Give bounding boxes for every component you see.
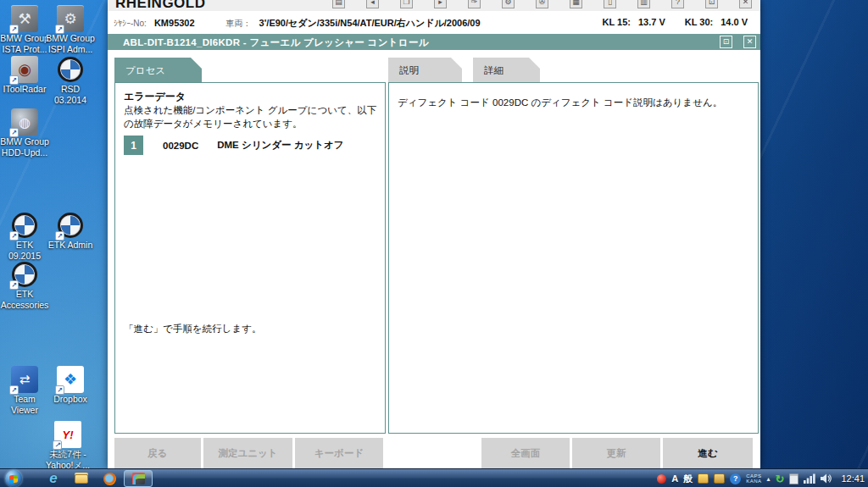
rheingold-taskbar-button[interactable] [124, 470, 153, 487]
ime-conversion-mode[interactable]: 般 [683, 473, 693, 485]
window-title-strip: RHEINGOLD ▤ ◂ ❐ ▸ ✑ ⚙ ✇ ▦ ▯ ▥ ? ⊡ ✕ [108, 0, 760, 11]
network-icon[interactable] [804, 473, 815, 484]
teamviewer-icon: ⇄↗ [11, 366, 38, 393]
bmw-roundel-icon: ↗ [11, 261, 38, 288]
fault-name: DME シリンダー カットオフ [217, 139, 343, 152]
desktop-icon-itoolradar[interactable]: ◉↗ IToolRadar [1, 56, 48, 94]
desktop-icon-label: RSD [61, 84, 80, 94]
close-procedure-icon[interactable]: ✕ [743, 36, 756, 48]
desktop-icon-label: ETK [16, 289, 33, 299]
file-explorer-button[interactable] [72, 471, 91, 486]
probe-icon[interactable]: ✇ [536, 0, 548, 8]
desktop-icon-label: 09.2015 [8, 251, 41, 261]
vehicle-spec: 3'/E90/セダン/335i/N54/AT/EUR/右ハンドル/2006/09 [259, 17, 481, 30]
globe-icon: ◍↗ [11, 108, 38, 136]
measure-unit-button[interactable]: 測定ユニット [203, 438, 292, 468]
ime-caps-kana-indicator[interactable]: CAPS KANA [746, 473, 761, 484]
itoolradar-icon: ◉↗ [11, 56, 38, 83]
tab-description[interactable]: 説明 [388, 58, 462, 82]
desktop-icon-label: Accessories [1, 300, 49, 310]
desktop: ⚒↗ BMW Group ISTA Prot... ⚙↗ BMW Group I… [0, 0, 868, 487]
tab-process[interactable]: プロセス [114, 58, 202, 82]
fault-index-badge: 1 [124, 136, 143, 155]
desktop-icon-label: Team [14, 394, 36, 404]
ime-toolbar-icon[interactable] [698, 473, 709, 484]
save-icon[interactable]: ▤ [332, 0, 345, 8]
desktop-icon-label: 未読7件 - [49, 449, 86, 459]
volume-icon[interactable] [821, 473, 832, 484]
panel-heading: エラーデータ [124, 90, 186, 104]
monitor-icon[interactable]: ⊡ [705, 0, 718, 8]
procedure-content: プロセス 説明 詳細 エラーデータ 点検された機能/コンポーネント グループにつ… [108, 50, 760, 468]
back-icon[interactable]: ◂ [366, 0, 379, 8]
desktop-icon-etk-accessories[interactable]: ↗ ETK Accessories [1, 261, 48, 310]
kl30-label: KL 30: [685, 17, 713, 27]
desktop-icon-bmw-ista[interactable]: ⚒↗ BMW Group ISTA Prot... [1, 5, 48, 54]
forward-icon[interactable]: ▸ [434, 0, 447, 8]
procedure-title: ABL-DIT-B1214_DI6KDR - フューエル プレッシャー コントロ… [123, 36, 429, 49]
keyboard-button[interactable]: キーボード [295, 438, 383, 468]
fullscreen-button[interactable]: 全画面 [481, 438, 570, 468]
desktop-icon-dropbox[interactable]: ❖↗ Dropbox [47, 366, 94, 404]
desktop-icon-etk-2015[interactable]: ↗ ETK 09.2015 [1, 212, 48, 261]
action-button-bar: 戻る 測定ユニット キーボード 全画面 更新 進む [108, 438, 760, 468]
desktop-icon-hdd-update[interactable]: ◍↗ BMW Group HDD-Upd... [1, 108, 48, 158]
desktop-icon-ispi-admin[interactable]: ⚙↗ BMW Group ISPI Adm... [47, 5, 94, 54]
desktop-icon-label: BMW Group [0, 136, 49, 147]
image-icon[interactable]: ▦ [570, 0, 582, 8]
back-button[interactable]: 戻る [114, 438, 201, 468]
firefox-icon [103, 473, 116, 485]
shortcut-arrow-icon: ↗ [9, 128, 19, 137]
bmw-roundel-icon: ↗ [11, 212, 38, 239]
desktop-icon-label: BMW Group [0, 33, 49, 43]
taskbar-clock[interactable]: 12:41 [841, 473, 865, 484]
bmw-ista-icon: ⚒↗ [11, 5, 38, 32]
desktop-icon-rsd[interactable]: RSD 03.2014 [47, 56, 94, 105]
desktop-icon-yahoo-mail[interactable]: Y!↗ 未読7件 - Yahoo!メ... [44, 421, 92, 470]
chassis-label: ｼﾔｼｰ-No: [114, 19, 147, 28]
bmw-roundel-icon [57, 56, 84, 83]
procedure-title-bar: ABL-DIT-B1214_DI6KDR - フューエル プレッシャー コントロ… [108, 34, 760, 50]
internet-explorer-button[interactable]: e [44, 471, 63, 486]
desktop-icon-teamviewer[interactable]: ⇄↗ Team Viewer [1, 366, 48, 415]
battery-icon[interactable]: ▯ [604, 0, 616, 8]
app-title: RHEINGOLD [115, 0, 206, 11]
bmw-roundel-icon: ↗ [57, 212, 84, 239]
shortcut-arrow-icon: ↗ [55, 385, 64, 395]
shortcut-arrow-icon: ↗ [9, 280, 19, 290]
rheingold-app-icon [132, 473, 145, 484]
help-icon[interactable]: ? [671, 0, 684, 8]
action-center-icon[interactable] [789, 473, 798, 484]
close-icon[interactable]: ✕ [739, 0, 752, 8]
taskbar: e A 般 ? CAPS KANA ▴ ↻ 12:41 [0, 468, 868, 487]
desktop-icon-label: BMW Group [46, 33, 95, 43]
fault-row[interactable]: 1 0029DC DME シリンダー カットオフ [124, 136, 344, 155]
tab-details[interactable]: 詳細 [473, 58, 540, 82]
ime-dictionary-icon[interactable] [714, 473, 725, 484]
chassis-number: KM95302 [154, 18, 195, 28]
shortcut-arrow-icon: ↗ [9, 385, 19, 395]
continue-button[interactable]: 進む [663, 438, 753, 468]
firefox-button[interactable] [100, 471, 119, 486]
plug-icon[interactable]: ⚙ [502, 0, 515, 8]
refresh-button[interactable]: 更新 [572, 438, 660, 468]
continue-hint: 「進む」で手順を続行します。 [124, 323, 262, 335]
ime-help-icon[interactable]: ? [730, 473, 741, 484]
desktop-icon-label: ETK [16, 240, 33, 250]
start-button[interactable] [5, 470, 22, 487]
windows-flag-icon [9, 474, 18, 483]
copy-icon[interactable]: ❐ [400, 0, 413, 8]
printer-icon[interactable]: ▥ [637, 0, 650, 8]
dock-icon[interactable]: ⊡ [720, 36, 732, 48]
error-data-panel: エラーデータ 点検された機能/コンポーネント グループについて、以下の故障データ… [114, 82, 386, 434]
ime-input-mode[interactable]: A [671, 473, 678, 484]
dropbox-icon: ❖↗ [57, 366, 84, 393]
tray-notifier-icon[interactable] [657, 474, 666, 484]
wrench-icon[interactable]: ✑ [468, 0, 481, 8]
teamviewer-tray-icon[interactable]: ↻ [776, 473, 785, 485]
desktop-icon-label: ISTA Prot... [3, 44, 47, 54]
desktop-icon-label: ISPI Adm... [48, 44, 93, 54]
desktop-icon-etk-admin[interactable]: ↗ ETK Admin [47, 212, 94, 250]
show-hidden-icons-button[interactable]: ▴ [767, 475, 771, 483]
top-toolbar: ▤ ◂ ❐ ▸ ✑ ⚙ ✇ ▦ ▯ ▥ ? ⊡ ✕ [332, 0, 752, 8]
